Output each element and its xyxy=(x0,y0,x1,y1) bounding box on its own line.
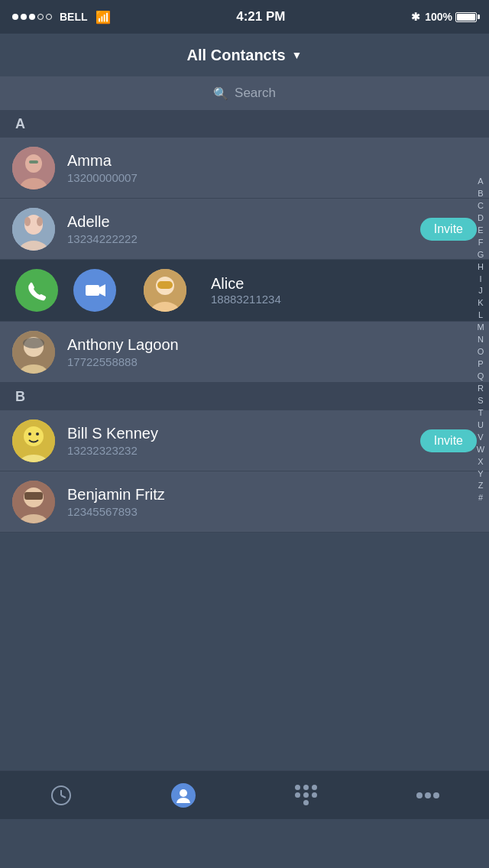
svg-point-7 xyxy=(24,217,31,226)
contact-row-alice-expanded[interactable]: Alice 18883211234 xyxy=(0,260,489,322)
contacts-active-icon xyxy=(171,783,196,808)
signal-dot-3 xyxy=(29,14,35,20)
alpha-j[interactable]: J xyxy=(478,285,483,297)
header-title-text: All Contancts xyxy=(187,47,286,64)
video-icon xyxy=(84,280,105,301)
signal-dot-1 xyxy=(12,14,18,20)
alpha-h[interactable]: H xyxy=(478,261,484,274)
carrier-label: BELL xyxy=(60,11,88,23)
svg-point-31 xyxy=(180,789,187,797)
alpha-f[interactable]: F xyxy=(478,237,484,249)
contact-phone-anthony: 17722558888 xyxy=(67,355,477,368)
svg-point-20 xyxy=(24,426,44,446)
search-placeholder: Search xyxy=(235,86,276,101)
svg-marker-10 xyxy=(99,284,105,296)
alpha-i[interactable]: I xyxy=(479,274,481,286)
alpha-s[interactable]: S xyxy=(478,395,483,407)
tab-bar xyxy=(0,770,489,819)
video-button-alice[interactable] xyxy=(73,269,116,312)
alpha-o[interactable]: O xyxy=(478,346,484,358)
avatar-benjamin-svg xyxy=(12,481,55,523)
status-right: ✱ 100% xyxy=(411,11,477,23)
dot-3 xyxy=(312,785,317,790)
signal-dots xyxy=(12,14,52,20)
header: All Contancts ▼ xyxy=(0,34,489,76)
battery-icon xyxy=(455,12,477,22)
alphabet-index[interactable]: A B C D E F G H I J K L M N O P Q R S T … xyxy=(472,176,489,504)
alpha-m[interactable]: M xyxy=(477,322,484,334)
signal-dot-2 xyxy=(21,14,27,20)
dots-row-1 xyxy=(295,785,317,790)
contact-phone-bill: 13232323232 xyxy=(67,444,420,457)
svg-point-18 xyxy=(23,338,44,348)
battery-percent: 100% xyxy=(425,11,452,23)
alpha-c[interactable]: C xyxy=(478,200,484,212)
contact-row-benjamin[interactable]: Benjamin Fritz 12345567893 xyxy=(0,471,489,533)
dot-5 xyxy=(303,792,309,798)
alice-expanded-info: Alice 18883211234 xyxy=(211,275,281,306)
svg-point-22 xyxy=(36,432,39,436)
section-header-a: A xyxy=(0,110,489,138)
svg-rect-14 xyxy=(157,281,173,289)
alpha-w[interactable]: W xyxy=(477,444,484,456)
alice-expanded-name: Alice xyxy=(211,275,281,293)
invite-button-adelle[interactable]: Invite xyxy=(420,218,477,241)
contact-row-adelle[interactable]: Adelle 13234222222 Invite xyxy=(0,199,489,260)
dot-2 xyxy=(303,785,309,790)
alpha-a[interactable]: A xyxy=(478,176,483,188)
tab-recents[interactable] xyxy=(0,785,122,806)
alpha-b[interactable]: B xyxy=(478,188,483,200)
svg-line-30 xyxy=(61,795,66,798)
alpha-r[interactable]: R xyxy=(478,383,484,395)
alpha-v[interactable]: V xyxy=(478,432,483,444)
contact-info-adelle: Adelle 13234222222 xyxy=(67,213,420,245)
dots-row-3 xyxy=(303,800,309,805)
tab-contacts[interactable] xyxy=(122,783,244,808)
status-bar: BELL 📶 4:21 PM ✱ 100% xyxy=(0,0,489,34)
alpha-l[interactable]: L xyxy=(478,309,483,322)
invite-button-bill[interactable]: Invite xyxy=(420,429,477,452)
bluetooth-icon: ✱ xyxy=(411,11,420,23)
call-button-alice[interactable] xyxy=(15,269,58,312)
contact-name-bill: Bill S Kenney xyxy=(67,425,420,442)
contact-row-bill[interactable]: Bill S Kenney 13232323232 Invite xyxy=(0,410,489,471)
alpha-n[interactable]: N xyxy=(478,334,484,346)
contact-name-anthony: Anthony Lagoon xyxy=(67,336,477,354)
alpha-t[interactable]: T xyxy=(478,407,484,419)
person-icon xyxy=(176,788,191,803)
svg-rect-9 xyxy=(86,285,99,296)
search-bar[interactable]: 🔍 Search xyxy=(0,76,489,110)
alpha-hash[interactable]: # xyxy=(478,492,483,504)
contact-info-bill: Bill S Kenney 13232323232 xyxy=(67,425,420,457)
alpha-u[interactable]: U xyxy=(478,419,484,432)
tab-more[interactable] xyxy=(367,792,489,799)
avatar-bill xyxy=(12,419,55,462)
tab-keypad[interactable] xyxy=(244,785,367,805)
alpha-z[interactable]: Z xyxy=(478,480,484,492)
alice-actions: Alice 18883211234 xyxy=(0,260,489,321)
alpha-d[interactable]: D xyxy=(478,212,484,225)
status-left: BELL 📶 xyxy=(12,10,111,24)
section-letter-a: A xyxy=(15,116,25,132)
avatar-anthony xyxy=(12,331,55,374)
svg-point-35 xyxy=(433,792,439,798)
alpha-p[interactable]: P xyxy=(478,358,483,371)
alpha-q[interactable]: Q xyxy=(478,371,484,383)
header-title[interactable]: All Contancts ▼ xyxy=(187,47,303,64)
avatar-amma xyxy=(12,147,55,189)
alpha-y[interactable]: Y xyxy=(478,468,483,481)
alpha-g[interactable]: G xyxy=(478,249,484,261)
dot-4 xyxy=(295,792,300,798)
contact-row-anthony[interactable]: Anthony Lagoon 17722558888 xyxy=(0,322,489,383)
contact-phone-benjamin: 12345567893 xyxy=(67,505,477,518)
chevron-down-icon: ▼ xyxy=(292,49,303,61)
contact-name-adelle: Adelle xyxy=(67,213,420,231)
svg-rect-3 xyxy=(29,160,38,164)
avatar-anthony-svg xyxy=(12,331,55,374)
contact-row-amma[interactable]: Amma 13200000007 xyxy=(0,138,489,199)
alpha-k[interactable]: K xyxy=(478,297,483,309)
alpha-e[interactable]: E xyxy=(478,225,483,237)
contact-info-benjamin: Benjamin Fritz 12345567893 xyxy=(67,486,477,518)
alpha-x[interactable]: X xyxy=(478,456,483,468)
avatar-adelle-svg xyxy=(12,208,55,251)
